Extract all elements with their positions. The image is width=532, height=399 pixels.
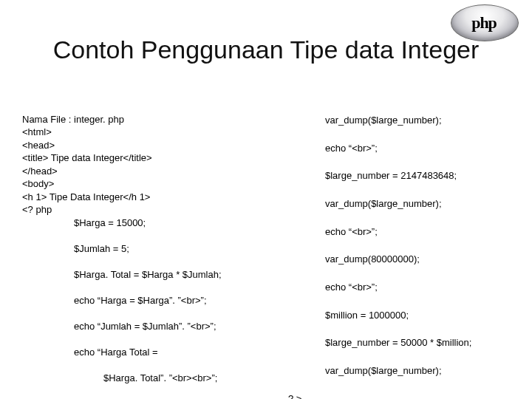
code-column-left: Nama File : integer. php <html> <head> <… [22,100,281,377]
code-line: <h 1> Tipe Data Integer</h 1> [22,191,150,202]
content-columns: Nama File : integer. php <html> <head> <… [22,100,510,377]
code-line: <body> [22,178,54,189]
code-line: $large_number = 2147483648; [288,169,510,183]
code-line: $Jumlah = 5; [22,242,281,256]
code-line: $million = 1000000; [288,309,510,323]
code-line: var_dump(80000000); [288,253,510,267]
php-logo-text: php [451,13,517,33]
code-column-right: var_dump($large_number); echo “<br>”; $l… [288,100,510,377]
code-line: echo “<br>”; [288,281,510,295]
code-line: echo “Jumlah = $Jumlah”. ”<br>”; [22,320,281,333]
php-logo: php [451,4,517,40]
code-line: <head> [22,140,55,151]
code-line: var_dump($large_number); [288,364,510,378]
code-line: echo “Harga = $Harga”. ”<br>”; [22,294,281,307]
code-line: <title> Tipe data Integer</title> [22,152,152,163]
code-line: Nama File : integer. php [22,114,124,125]
code-line: <html> [22,126,52,137]
code-line: echo “Harga Total = [22,346,281,359]
code-line: var_dump($large_number); [288,197,510,211]
code-line: echo “<br>”; [288,225,510,239]
code-line: </head> [22,166,58,177]
code-line: $large_number = 50000 * $million; [288,336,510,350]
code-line: echo “<br>”; [288,142,510,156]
code-line: ? > [288,393,301,399]
code-line: var_dump($large_number); [288,114,510,128]
code-line: $Harga = 15000; [22,216,281,230]
code-line: $Harga. Total = $Harga * $Jumlah; [22,268,281,282]
code-line: $Harga. Total”. ”<br><br>”; [22,372,281,385]
slide-title: Contoh Penggunaan Tipe data Integer [0,35,532,64]
code-line: <? php [22,204,52,215]
